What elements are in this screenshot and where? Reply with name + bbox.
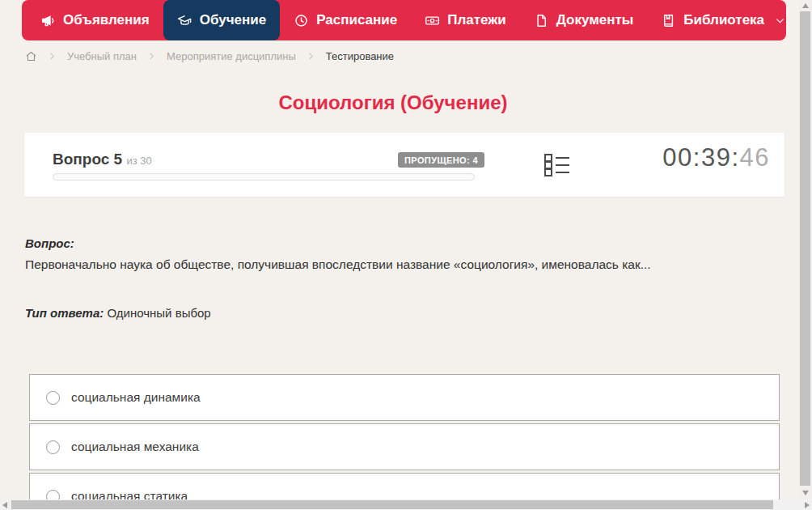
nav-label: Платежи (447, 12, 506, 28)
book-icon (661, 13, 676, 28)
nav-label: Документы (556, 12, 634, 28)
question-prompt-label: Вопрос: (25, 236, 74, 250)
timer-main: 00:39: (662, 143, 739, 172)
breadcrumb: Учебный план Мероприятие дисциплины Тест… (25, 50, 394, 62)
nav-item-learning[interactable]: Обучение (163, 0, 280, 40)
scroll-up-arrow-icon[interactable] (802, 3, 809, 8)
timer-seconds: 46 (740, 143, 770, 172)
test-page: Объявления Обучение Расписание Платежи Д… (0, 0, 812, 510)
answer-option-2[interactable]: социальная механика (29, 423, 780, 470)
question-text: Первоначально наука об обществе, получив… (25, 257, 773, 274)
nav-item-payments[interactable]: Платежи (411, 0, 520, 40)
answer-type-value: Одиночный выбор (107, 306, 210, 320)
breadcrumb-item-discipline-event[interactable]: Мероприятие дисциплины (167, 50, 296, 62)
graduation-cap-icon (177, 13, 192, 28)
megaphone-icon (40, 13, 56, 28)
main-nav: Объявления Обучение Расписание Платежи Д… (22, 0, 786, 40)
scroll-right-arrow-icon[interactable] (805, 502, 810, 508)
question-of-total: из 30 (126, 155, 151, 167)
answer-options: социальная динамика социальная механика … (29, 374, 780, 510)
nav-item-documents[interactable]: Документы (520, 0, 648, 40)
answer-option-label: социальная динамика (71, 390, 201, 405)
vertical-scrollbar[interactable] (798, 0, 812, 499)
nav-item-schedule[interactable]: Расписание (280, 0, 411, 40)
nav-label: Расписание (316, 12, 397, 28)
nav-item-announcements[interactable]: Объявления (27, 0, 163, 40)
timer: 00:39:46 (662, 143, 770, 172)
answer-type-row: Тип ответа: Одиночный выбор (25, 306, 211, 320)
home-icon[interactable] (25, 50, 37, 62)
skipped-badge: ПРОПУЩЕНО: 4 (398, 152, 484, 168)
chevron-down-icon (772, 15, 785, 26)
radio-button-icon[interactable] (46, 391, 60, 405)
question-header-card: Вопрос 5 из 30 ПРОПУЩЕНО: 4 00:39:46 (24, 133, 785, 197)
breadcrumb-item-testing: Тестирование (326, 50, 394, 62)
radio-button-icon[interactable] (46, 440, 60, 454)
breadcrumb-item-study-plan[interactable]: Учебный план (67, 50, 137, 62)
vertical-scrollbar-thumb[interactable] (800, 11, 810, 486)
document-icon (534, 13, 549, 28)
horizontal-scrollbar[interactable] (0, 499, 812, 510)
question-number-label: Вопрос 5 (53, 151, 122, 168)
nav-item-library[interactable]: Библиотека (647, 0, 799, 40)
nav-label: Библиотека (683, 12, 764, 28)
question-list-icon (543, 153, 571, 177)
breadcrumb-separator-icon (307, 52, 315, 61)
breadcrumb-separator-icon (48, 52, 57, 61)
breadcrumb-separator-icon (147, 52, 156, 61)
scroll-left-arrow-icon[interactable] (2, 502, 7, 508)
question-number: Вопрос 5 из 30 (53, 151, 152, 168)
question-list-button[interactable] (543, 153, 571, 177)
horizontal-scrollbar-thumb[interactable] (11, 500, 773, 509)
banknote-icon (425, 13, 440, 28)
nav-label: Обучение (200, 12, 266, 28)
answer-option-1[interactable]: социальная динамика (29, 374, 780, 421)
progress-bar (53, 173, 475, 181)
clock-icon (294, 13, 309, 28)
page-title: Социология (Обучение) (0, 91, 786, 114)
nav-label: Объявления (63, 12, 150, 28)
scroll-down-arrow-icon[interactable] (802, 491, 809, 495)
answer-option-label: социальная механика (71, 440, 199, 454)
answer-type-label: Тип ответа: (25, 306, 104, 320)
